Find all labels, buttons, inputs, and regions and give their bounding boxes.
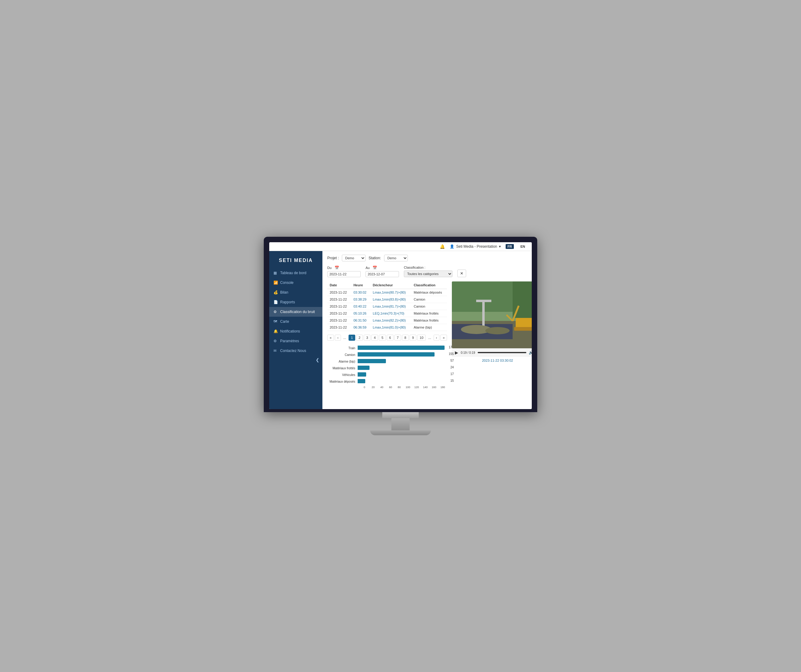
col-date: Date — [327, 282, 351, 289]
axis-120: 120 — [412, 386, 421, 389]
main-content: Projet : Demo Station: Demo Du — [322, 251, 532, 409]
classification-select[interactable]: Toutes les catégories Train Camion Alarm… — [404, 271, 452, 277]
axis-180: 180 — [439, 386, 447, 389]
table-row[interactable]: 2023-11-22 03:38:29 Lmax,1min(83.8)>(80)… — [327, 296, 447, 303]
chart-bar-wrap: 175 — [358, 346, 447, 350]
page-7-button[interactable]: 7 — [394, 335, 401, 341]
collapse-button[interactable]: ❮ — [316, 358, 319, 362]
sidebar-item-console[interactable]: 📶 Console — [269, 278, 322, 287]
cell-heure: 06:36:59 — [351, 324, 370, 331]
monitor-stand-base — [370, 430, 431, 435]
chart-bar — [358, 366, 370, 370]
chart-bar-wrap: 15 — [358, 379, 447, 384]
app-body: SETI MEDIA ▦ Tableau de bord 📶 Console 💰… — [269, 251, 532, 409]
cell-classification: Camion — [411, 303, 447, 310]
sidebar-label-contact: Contactez Nous — [280, 349, 306, 353]
table-row[interactable]: 2023-11-22 06:36:59 Lmax,1min(81.0)>(80)… — [327, 324, 447, 331]
sidebar-item-classification[interactable]: ⚙ Classification du bruit — [269, 307, 322, 317]
cell-date: 2023-11-22 — [327, 289, 351, 296]
screen-inner: 🔔 👤 Seti Media - Presentation ▾ FR EN SE… — [269, 242, 532, 409]
chart-bar-row: Véhicules 17 — [327, 372, 447, 377]
user-icon: 👤 — [450, 244, 454, 249]
page-3-button[interactable]: 3 — [364, 335, 370, 341]
progress-fill — [478, 352, 527, 353]
page-6-button[interactable]: 6 — [387, 335, 394, 341]
progress-bar[interactable] — [478, 352, 527, 353]
time-display: 0:19 / 0:19 — [461, 351, 475, 355]
bell-icon[interactable]: 🔔 — [440, 244, 445, 249]
du-input[interactable] — [327, 271, 361, 277]
chart-value: 57 — [450, 359, 454, 362]
right-panel: ▶ 0:19 / 0:19 🔊 ⋮ 2023-11-22 03:30:02 — [452, 282, 532, 389]
station-label: Station: — [368, 256, 381, 260]
sidebar-item-notifications[interactable]: 🔔 Notifications — [269, 326, 322, 336]
chart-value: 15 — [450, 379, 454, 382]
project-row: Projet : Demo Station: Demo — [327, 255, 527, 261]
sidebar-item-bilan[interactable]: 💰 Bilan — [269, 287, 322, 297]
page-9-button[interactable]: 9 — [410, 335, 416, 341]
table-row[interactable]: 2023-11-22 03:30:02 Lmax,1min(80.7)>(80)… — [327, 289, 447, 296]
cell-date: 2023-11-22 — [327, 317, 351, 324]
chart-bar — [358, 372, 366, 377]
sidebar-item-parametres[interactable]: ⚙ Paramètres — [269, 336, 322, 346]
project-select[interactable]: Demo — [342, 255, 365, 261]
au-input[interactable] — [365, 271, 399, 277]
chart-label: Matériaux déposés — [327, 380, 358, 383]
lang-fr-button[interactable]: FR — [506, 244, 514, 249]
sidebar-label-console: Console — [280, 280, 294, 285]
classification-filter-group: Classification : Toutes les catégories T… — [404, 266, 452, 277]
chart-bar-row: Matériaux frottés 24 — [327, 366, 447, 371]
monitor-wrapper: 🔔 👤 Seti Media - Presentation ▾ FR EN SE… — [264, 237, 537, 435]
svg-rect-10 — [476, 300, 491, 302]
du-label: Du — [327, 266, 331, 269]
page-8-button[interactable]: 8 — [402, 335, 409, 341]
video-player — [452, 282, 532, 348]
page-2-button[interactable]: 2 — [356, 335, 363, 341]
chart-bar-row: Matériaux déposés 15 — [327, 379, 447, 384]
cell-classification: Camion — [411, 296, 447, 303]
sidebar: SETI MEDIA ▦ Tableau de bord 📶 Console 💰… — [269, 251, 322, 409]
lang-en-button[interactable]: EN — [519, 244, 527, 249]
page-prev-button[interactable]: ‹ — [335, 335, 341, 341]
du-calendar-icon[interactable]: 📅 — [335, 266, 339, 270]
chart-container: Train 175 Camion 155 Alarme (bip) 57 Mat… — [327, 346, 447, 384]
chart-label: Alarme (bip) — [327, 360, 358, 363]
play-button[interactable]: ▶ — [455, 350, 458, 355]
cell-heure: 03:38:29 — [351, 296, 370, 303]
cell-declencheur: Lmax,1min(80.7)>(80) — [370, 289, 412, 296]
chart-label: Matériaux frottés — [327, 367, 358, 370]
col-declencheur: Déclencheur — [370, 282, 412, 289]
cell-declencheur: LEQ,1min(70.3)>(70) — [370, 310, 412, 317]
sidebar-label-rapports: Rapports — [280, 300, 295, 304]
page-5-button[interactable]: 5 — [379, 335, 386, 341]
chart-bar-wrap: 24 — [358, 366, 447, 371]
cell-classification: Matériaux frottés — [411, 317, 447, 324]
user-menu[interactable]: 👤 Seti Media - Presentation ▾ — [450, 244, 501, 249]
chart-label: Véhicules — [327, 373, 358, 377]
page-last-button[interactable]: » — [440, 335, 447, 341]
table-row[interactable]: 2023-11-22 06:31:50 Lmax,1min(82.2)>(80)… — [327, 317, 447, 324]
page-1-button[interactable]: 1 — [349, 335, 355, 341]
volume-button[interactable]: 🔊 — [529, 350, 532, 355]
sidebar-item-rapports[interactable]: 📄 Rapports — [269, 297, 322, 307]
cell-classification: Matériaux frottés — [411, 310, 447, 317]
station-select[interactable]: Demo — [384, 255, 408, 261]
table-row[interactable]: 2023-11-22 03:40:22 Lmax,1min(81.7)>(80)… — [327, 303, 447, 310]
page-4-button[interactable]: 4 — [372, 335, 378, 341]
cell-declencheur: Lmax,1min(81.7)>(80) — [370, 303, 412, 310]
chevron-down-icon: ▾ — [499, 244, 501, 249]
page-first-button[interactable]: « — [327, 335, 334, 341]
page-next-button[interactable]: › — [434, 335, 440, 341]
page-10-button[interactable]: 10 — [417, 335, 426, 341]
sidebar-label-bilan: Bilan — [280, 290, 288, 295]
sidebar-item-tableau-de-bord[interactable]: ▦ Tableau de bord — [269, 268, 322, 278]
export-button[interactable]: ✕ — [457, 269, 466, 277]
au-calendar-icon[interactable]: 📅 — [373, 266, 377, 270]
axis-60: 60 — [386, 386, 395, 389]
table-row[interactable]: 2023-11-22 05:10:26 LEQ,1min(70.3)>(70) … — [327, 310, 447, 317]
sidebar-item-carte[interactable]: 🗺 Carte — [269, 317, 322, 326]
axis-100: 100 — [404, 386, 412, 389]
top-bar: 🔔 👤 Seti Media - Presentation ▾ FR EN — [269, 242, 532, 251]
sidebar-item-contact[interactable]: ✉ Contactez Nous — [269, 346, 322, 356]
parametres-icon: ⚙ — [273, 339, 278, 343]
